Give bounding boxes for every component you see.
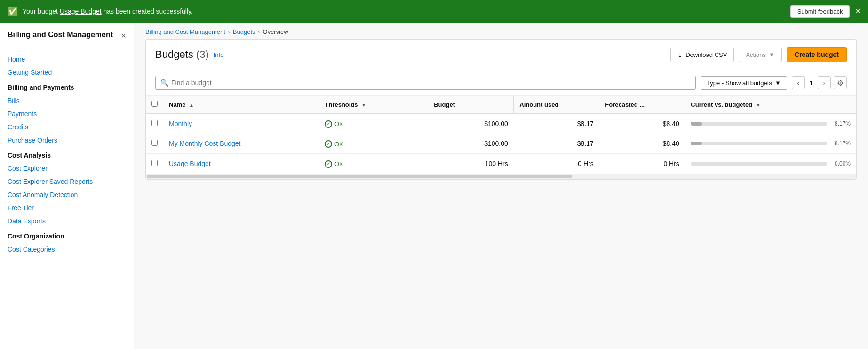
ok-icon-1: ✓ [325,140,332,148]
table-row: Monthly✓ OK$100.00$8.17$8.408.17% [146,113,856,134]
th-forecasted[interactable]: Forecasted ... [599,96,685,113]
sidebar-item-cost-categories[interactable]: Cost Categories [0,243,134,256]
sidebar-item-getting-started[interactable]: Getting Started [0,66,134,79]
search-input[interactable] [171,79,691,87]
forecasted-2: 0 Hrs [599,154,685,174]
th-name[interactable]: Name ▲ [163,96,319,113]
page-number: 1 [808,79,815,87]
submit-feedback-button[interactable]: Submit feedback [790,5,850,18]
sidebar-item-cost-explorer[interactable]: Cost Explorer [0,162,134,175]
amount-used-0: $8.17 [514,113,599,134]
current-vs-sort-icon: ▼ [756,103,761,108]
actions-chevron-icon: ▼ [769,51,775,58]
create-budget-button[interactable]: Create budget [787,47,847,62]
search-icon: 🔍 [160,79,168,87]
breadcrumb-current: Overview [263,28,288,35]
type-filter-button[interactable]: Type - Show all budgets ▼ [701,76,787,90]
type-filter-chevron-icon: ▼ [775,79,781,87]
sidebar-title: Billing and Cost Management [8,30,113,40]
table-row: Usage Budget✓ OK100 Hrs0 Hrs0 Hrs0.00% [146,154,856,174]
select-all-header[interactable] [146,96,163,113]
th-budget[interactable]: Budget [428,96,514,113]
main-panel: Budgets (3) Info ⤓ Download CSV Actions … [145,39,857,180]
info-link[interactable]: Info [214,51,224,58]
banner-budget-link[interactable]: Usage Budget [60,8,102,15]
sidebar-item-free-tier[interactable]: Free Tier [0,201,134,214]
actions-button[interactable]: Actions ▼ [739,48,782,62]
sidebar-item-data-exports[interactable]: Data Exports [0,214,134,228]
select-all-checkbox[interactable] [151,101,158,107]
type-filter-label: Type - Show all budgets [707,79,772,87]
sidebar-close-button[interactable]: × [121,31,126,41]
pagination-controls: ‹ 1 › ⚙ [792,76,847,89]
th-amount-used[interactable]: Amount used [514,96,599,113]
table-row: My Monthly Cost Budget✓ OK$100.00$8.17$8… [146,134,856,154]
budget-value-1: $100.00 [428,134,514,154]
breadcrumb-sep-1: › [228,29,230,35]
name-sort-icon: ▲ [189,103,194,108]
budget-value-0: $100.00 [428,113,514,134]
sidebar-item-home[interactable]: Home [0,53,134,66]
content-area: Billing and Cost Management › Budgets › … [134,23,868,349]
amount-used-2: 0 Hrs [514,154,599,174]
sidebar-nav: HomeGetting StartedBilling and PaymentsB… [0,47,134,349]
prev-page-button[interactable]: ‹ [792,76,805,89]
sidebar-header: Billing and Cost Management × [0,23,134,47]
table-container: Name ▲ Thresholds ▼ Budget Amo [146,96,856,174]
forecasted-0: $8.40 [599,113,685,134]
current-vs-budgeted-1: 8.17% [685,134,856,154]
budget-name-link-0[interactable]: Monthly [169,120,192,127]
actions-label: Actions [746,51,766,58]
budget-name-link-2[interactable]: Usage Budget [169,160,211,167]
panel-count: (3) [196,48,209,60]
th-thresholds[interactable]: Thresholds ▼ [319,96,428,113]
scrollbar-thumb [147,174,572,178]
budget-name-link-1[interactable]: My Monthly Cost Budget [169,140,241,147]
download-icon: ⤓ [677,51,683,58]
threshold-status-1: ✓ OK [325,140,343,148]
progress-pct-2: 0.00% [831,160,851,167]
horizontal-scrollbar[interactable] [146,174,856,179]
breadcrumb-item-budgets[interactable]: Budgets [233,28,255,35]
progress-pct-0: 8.17% [831,120,851,127]
thresholds-sort-icon: ▼ [361,103,366,108]
download-csv-button[interactable]: ⤓ Download CSV [670,48,734,62]
panel-title: Budgets (3) [155,48,209,61]
breadcrumb-sep-2: › [258,29,260,35]
panel-actions: ⤓ Download CSV Actions ▼ Create budget [670,47,847,62]
ok-icon-2: ✓ [325,160,332,168]
nav-section-billing-and-payments: Billing and Payments [0,79,134,94]
ok-icon-0: ✓ [325,120,332,128]
breadcrumb: Billing and Cost Management › Budgets › … [134,23,868,39]
search-box[interactable]: 🔍 [155,76,696,90]
success-banner: ✅ Your budget Usage Budget has been crea… [0,0,868,23]
success-icon: ✅ [8,6,18,16]
budgets-table: Name ▲ Thresholds ▼ Budget Amo [146,96,856,174]
settings-button[interactable]: ⚙ [834,76,847,89]
row-checkbox-1[interactable] [151,140,158,146]
threshold-status-0: ✓ OK [325,120,343,128]
panel-title-group: Budgets (3) Info [155,48,223,61]
sidebar-item-cost-explorer-saved-reports[interactable]: Cost Explorer Saved Reports [0,175,134,188]
forecasted-1: $8.40 [599,134,685,154]
current-vs-budgeted-0: 8.17% [685,113,856,134]
panel-title-text: Budgets [155,48,193,60]
progress-pct-1: 8.17% [831,140,851,147]
banner-close-button[interactable]: × [855,7,860,16]
sidebar-item-purchase-orders[interactable]: Purchase Orders [0,134,134,147]
current-vs-budgeted-2: 0.00% [685,154,856,174]
panel-header: Budgets (3) Info ⤓ Download CSV Actions … [146,40,856,70]
budget-value-2: 100 Hrs [428,154,514,174]
next-page-button[interactable]: › [818,76,831,89]
th-current-vs-budgeted[interactable]: Current vs. budgeted ▼ [685,96,856,113]
breadcrumb-item-billing[interactable]: Billing and Cost Management [145,28,225,35]
sidebar-item-bills[interactable]: Bills [0,94,134,107]
sidebar-item-credits[interactable]: Credits [0,120,134,134]
banner-text: Your budget Usage Budget has been create… [23,8,790,15]
row-checkbox-2[interactable] [151,160,158,166]
download-csv-label: Download CSV [685,51,727,58]
sidebar-item-cost-anomaly-detection[interactable]: Cost Anomaly Detection [0,188,134,201]
row-checkbox-0[interactable] [151,120,158,126]
amount-used-1: $8.17 [514,134,599,154]
sidebar-item-payments[interactable]: Payments [0,107,134,120]
